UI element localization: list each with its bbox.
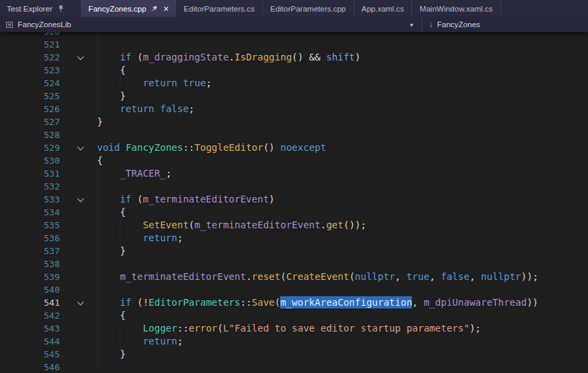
code-line[interactable]: 542 { bbox=[0, 309, 588, 322]
code-line[interactable]: 527 } bbox=[0, 116, 588, 128]
tab-fancyzones-cpp[interactable]: FancyZones.cpp × bbox=[81, 0, 176, 17]
down-arrow-icon: ↓ bbox=[429, 20, 433, 29]
code-line[interactable]: 540 bbox=[0, 283, 588, 296]
code-line[interactable]: 520 bbox=[0, 32, 588, 38]
code-text: } bbox=[74, 116, 103, 128]
line-number[interactable]: 532 bbox=[0, 180, 60, 193]
tab-label: EditorParameters.cs bbox=[184, 5, 254, 13]
code-line[interactable]: 535 SetEvent(m_terminateEditorEvent.get(… bbox=[0, 219, 588, 232]
code-text: m_terminateEditorEvent.reset(CreateEvent… bbox=[74, 270, 538, 283]
code-text: return; bbox=[74, 232, 183, 245]
tab-test-explorer[interactable]: Test Explorer bbox=[0, 0, 71, 17]
line-number[interactable]: 544 bbox=[0, 335, 60, 348]
line-number[interactable]: 529 bbox=[0, 141, 60, 154]
code-line[interactable]: 543 Logger::error(L"Failed to save edito… bbox=[0, 322, 588, 335]
line-number[interactable]: 538 bbox=[0, 257, 60, 270]
code-text: return false; bbox=[74, 103, 194, 116]
line-number[interactable]: 545 bbox=[0, 348, 60, 361]
code-text: SetEvent(m_terminateEditorEvent.get()); bbox=[74, 219, 366, 232]
scope-dropdown[interactable]: ↓ FancyZones bbox=[422, 17, 487, 32]
tab-mainwindow-xaml-cs[interactable]: MainWindow.xaml.cs bbox=[412, 0, 500, 17]
code-text: { bbox=[74, 154, 103, 167]
line-number[interactable]: 521 bbox=[0, 38, 60, 51]
tab-label: FancyZones.cpp bbox=[88, 5, 146, 13]
code-line[interactable]: 522 if (m_draggingState.IsDragging() && … bbox=[0, 51, 588, 64]
line-number[interactable]: 541 bbox=[0, 296, 60, 309]
code-text: { bbox=[74, 309, 126, 322]
tab-label: MainWindow.xaml.cs bbox=[419, 5, 492, 13]
code-line[interactable]: 545 } bbox=[0, 348, 588, 361]
code-line[interactable]: 533 if (m_terminateEditorEvent) bbox=[0, 193, 588, 206]
line-number[interactable]: 522 bbox=[0, 51, 60, 64]
line-number[interactable]: 520 bbox=[0, 32, 60, 38]
code-line[interactable]: 523 { bbox=[0, 64, 588, 77]
line-number[interactable]: 523 bbox=[0, 64, 60, 77]
line-number[interactable]: 525 bbox=[0, 90, 60, 103]
code-line[interactable]: 529 void FancyZones::ToggleEditor() noex… bbox=[0, 141, 588, 154]
code-text: if (m_draggingState.IsDragging() && shif… bbox=[74, 51, 361, 64]
code-line[interactable]: 534 { bbox=[0, 206, 588, 219]
line-number[interactable]: 539 bbox=[0, 270, 60, 283]
line-number[interactable]: 526 bbox=[0, 103, 60, 116]
tab-app-xaml-cs[interactable]: App.xaml.cs bbox=[354, 0, 413, 17]
tab-label: EditorParameters.cpp bbox=[271, 5, 346, 13]
code-line[interactable]: 539 m_terminateEditorEvent.reset(CreateE… bbox=[0, 270, 588, 283]
code-line[interactable]: 524 return true; bbox=[0, 77, 588, 90]
line-number[interactable]: 546 bbox=[0, 361, 60, 373]
pin-icon[interactable] bbox=[57, 5, 65, 13]
code-text: if (m_terminateEditorEvent) bbox=[74, 193, 275, 206]
line-number[interactable]: 527 bbox=[0, 116, 60, 128]
line-number[interactable]: 530 bbox=[0, 154, 60, 167]
code-line[interactable]: 538 bbox=[0, 257, 588, 270]
code-text: } bbox=[74, 348, 126, 361]
line-number[interactable]: 534 bbox=[0, 206, 60, 219]
code-line[interactable]: 531 _TRACER_; bbox=[0, 167, 588, 180]
line-number[interactable]: 536 bbox=[0, 232, 60, 245]
line-number[interactable]: 528 bbox=[0, 128, 60, 141]
line-number[interactable]: 543 bbox=[0, 322, 60, 335]
code-line[interactable]: 544 return; bbox=[0, 335, 588, 348]
line-number[interactable]: 535 bbox=[0, 219, 60, 232]
tab-label: App.xaml.cs bbox=[362, 5, 404, 13]
close-icon[interactable]: × bbox=[162, 4, 169, 14]
code-text: } bbox=[74, 245, 126, 257]
code-text: void FancyZones::ToggleEditor() noexcept bbox=[74, 141, 326, 154]
scope-dropdown-label: FancyZones bbox=[437, 20, 480, 29]
code-text: return; bbox=[74, 335, 183, 348]
tab-label: Test Explorer bbox=[7, 5, 52, 13]
code-line[interactable]: 521 bbox=[0, 38, 588, 51]
code-line[interactable]: 541 if (!EditorParameters::Save(m_workAr… bbox=[0, 296, 588, 309]
code-editor[interactable]: 520521522 if (m_draggingState.IsDragging… bbox=[0, 32, 588, 373]
pin-icon[interactable] bbox=[150, 5, 158, 13]
line-number[interactable]: 524 bbox=[0, 77, 60, 90]
code-text: Logger::error(L"Failed to save editor st… bbox=[74, 322, 481, 335]
code-text: } bbox=[74, 90, 126, 103]
tab-editorparameters-cpp[interactable]: EditorParameters.cpp bbox=[263, 0, 354, 17]
code-text: _TRACER_; bbox=[74, 167, 171, 180]
code-text: { bbox=[74, 64, 126, 77]
code-text: if (!EditorParameters::Save(m_workAreaCo… bbox=[74, 296, 538, 309]
code-text: return true; bbox=[74, 77, 211, 90]
code-line[interactable]: 532 bbox=[0, 180, 588, 193]
navigation-bar: FancyZonesLib ▾ ↓ FancyZones bbox=[0, 17, 588, 32]
line-number[interactable]: 542 bbox=[0, 309, 60, 322]
line-number[interactable]: 537 bbox=[0, 245, 60, 257]
line-number[interactable]: 533 bbox=[0, 193, 60, 206]
code-line[interactable]: 530 { bbox=[0, 154, 588, 167]
line-number[interactable]: 531 bbox=[0, 167, 60, 180]
project-dropdown[interactable]: FancyZonesLib ▾ bbox=[0, 17, 421, 32]
tab-bar: Test Explorer FancyZones.cpp ×EditorPara… bbox=[0, 0, 588, 17]
code-text: { bbox=[74, 206, 126, 219]
code-line[interactable]: 546 bbox=[0, 361, 588, 373]
code-line[interactable]: 537 } bbox=[0, 245, 588, 257]
chevron-down-icon[interactable]: ▾ bbox=[410, 21, 416, 29]
tab-editorparameters-cs[interactable]: EditorParameters.cs bbox=[176, 0, 262, 17]
code-line[interactable]: 526 return false; bbox=[0, 103, 588, 116]
code-line[interactable]: 528 bbox=[0, 128, 588, 141]
project-dropdown-label: FancyZonesLib bbox=[18, 20, 71, 29]
document-tabs: FancyZones.cpp ×EditorParameters.csEdito… bbox=[81, 0, 501, 17]
code-line[interactable]: 525 } bbox=[0, 90, 588, 103]
line-number[interactable]: 540 bbox=[0, 283, 60, 296]
code-line[interactable]: 536 return; bbox=[0, 232, 588, 245]
selected-text[interactable]: m_workAreaConfiguration bbox=[280, 296, 412, 308]
